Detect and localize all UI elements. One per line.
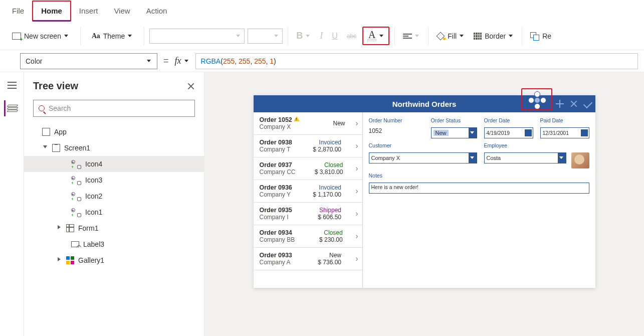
property-selector[interactable]: Color <box>20 53 157 69</box>
border-icon <box>474 33 482 40</box>
order-row[interactable]: Order 1052Company XNew› <box>254 112 362 135</box>
align-button[interactable] <box>400 32 423 41</box>
font-size-select[interactable] <box>248 29 283 44</box>
header-actions <box>555 95 592 112</box>
label-order-date: Order Date <box>484 117 533 123</box>
chevron-down-icon <box>64 34 69 39</box>
tree-node-app[interactable]: App <box>24 124 204 140</box>
warning-icon <box>294 116 300 121</box>
order-row[interactable]: Order 0933Company ANew$ 736.00› <box>254 248 362 270</box>
theme-icon: Aa <box>92 32 100 40</box>
expand-icon[interactable] <box>42 145 48 151</box>
menu-tab-file[interactable]: File <box>4 2 32 20</box>
chevron-down-icon <box>558 153 566 163</box>
order-row[interactable]: Order 0937Company CCClosed$ 3,810.00› <box>254 157 362 180</box>
menu-bar: File Home Insert View Action <box>0 0 644 22</box>
tree-search-input[interactable]: Search <box>33 100 195 117</box>
hamburger-button[interactable] <box>4 77 20 93</box>
formula-input[interactable]: RGBA(255, 255, 255, 1) <box>195 53 638 69</box>
notes-input[interactable]: Here is a new order! <box>369 183 589 194</box>
app-header: Northwind Orders <box>254 95 595 112</box>
tree-node-icon3[interactable]: + Icon3 <box>24 172 204 188</box>
orders-gallery[interactable]: Order 1052Company XNew›Order 0938Company… <box>254 112 363 288</box>
icon-control-icon: + <box>71 176 81 184</box>
new-screen-button[interactable]: New screen <box>9 30 72 42</box>
order-row[interactable]: Order 0938Company TInvoiced$ 2,870.00› <box>254 135 362 157</box>
close-icon <box>570 100 578 108</box>
border-label: Border <box>485 32 506 40</box>
close-panel-button[interactable] <box>187 82 195 90</box>
screen-icon <box>52 144 60 152</box>
fx-button[interactable]: fx <box>175 56 189 66</box>
add-button[interactable] <box>555 99 564 108</box>
border-button[interactable]: Border <box>471 30 517 42</box>
paid-date-picker[interactable]: 12/31/2001 <box>540 127 589 138</box>
underline-icon: U <box>332 32 338 41</box>
save-button[interactable] <box>583 99 592 108</box>
app-preview[interactable]: Northwind Orders Order 1052Company XNew›… <box>254 95 595 288</box>
tree-node-gallery1[interactable]: Gallery1 <box>24 252 204 268</box>
label-customer: Customer <box>369 142 477 148</box>
chevron-down-icon <box>469 128 477 138</box>
reorder-button[interactable]: Re <box>527 30 554 42</box>
font-family-select[interactable] <box>149 29 245 44</box>
icon-control-icon: + <box>71 192 81 200</box>
chevron-down-icon <box>128 34 133 39</box>
calendar-icon <box>525 129 532 136</box>
order-row[interactable]: Order 0936Company YInvoiced$ 1,170.00› <box>254 180 362 203</box>
tree-node-form1[interactable]: Form1 <box>24 220 204 236</box>
value-order-number: 1052 <box>369 127 424 138</box>
equals-label: = <box>163 56 169 66</box>
reorder-label: Re <box>542 32 551 40</box>
selection-highlight <box>521 88 552 110</box>
theme-button[interactable]: Aa Theme <box>89 30 136 42</box>
tree-panel: Tree view Search App Screen1 + Icon4 + <box>24 72 204 336</box>
font-color-button[interactable]: A <box>362 27 389 45</box>
tree-node-icon2[interactable]: + Icon2 <box>24 188 204 204</box>
label-icon <box>71 241 79 247</box>
order-row[interactable]: Order 0935Company IShipped$ 606.50› <box>254 203 362 225</box>
font-color-icon: A <box>367 31 376 41</box>
chevron-down-icon <box>379 34 384 39</box>
order-date-picker[interactable]: 4/19/2019 <box>484 127 533 138</box>
search-placeholder: Search <box>49 104 71 112</box>
underline-button[interactable]: U <box>329 30 341 43</box>
employee-dropdown[interactable]: Costa <box>484 152 566 163</box>
order-status-dropdown[interactable]: New <box>431 127 477 138</box>
chevron-right-icon: › <box>355 187 358 196</box>
hamburger-icon <box>8 82 17 89</box>
selected-icon-control[interactable] <box>528 91 546 109</box>
menu-tab-insert[interactable]: Insert <box>71 2 106 20</box>
tree-node-icon1[interactable]: + Icon1 <box>24 204 204 220</box>
cancel-button[interactable] <box>569 99 578 108</box>
chevron-right-icon: › <box>355 119 358 128</box>
bold-icon: B <box>296 31 303 41</box>
tree-node-label3[interactable]: Label3 <box>24 236 204 252</box>
theme-label: Theme <box>103 32 125 40</box>
search-icon <box>39 105 45 111</box>
tree-title: Tree view <box>33 80 78 92</box>
strike-button[interactable]: abc <box>344 31 359 42</box>
property-name: Color <box>26 57 42 65</box>
formula-bar: Color = fx RGBA(255, 255, 255, 1) <box>0 50 644 72</box>
menu-tab-view[interactable]: View <box>106 2 138 20</box>
italic-button[interactable]: I <box>317 29 326 43</box>
employee-avatar <box>571 152 589 169</box>
collapse-icon[interactable] <box>56 225 62 231</box>
customer-dropdown[interactable]: Company X <box>369 152 477 163</box>
menu-tab-home[interactable]: Home <box>32 1 71 22</box>
divider <box>428 27 428 45</box>
reorder-icon <box>530 32 539 40</box>
tree-node-icon4[interactable]: + Icon4 <box>24 156 204 172</box>
menu-tab-action[interactable]: Action <box>138 2 175 20</box>
icon-control-icon: + <box>71 160 81 168</box>
collapse-icon[interactable] <box>56 257 62 263</box>
bold-button[interactable]: B <box>293 29 314 43</box>
tree-view-rail-button[interactable] <box>4 100 20 116</box>
label-order-number: Order Number <box>369 117 424 123</box>
app-body: Order 1052Company XNew›Order 0938Company… <box>254 112 595 288</box>
align-icon <box>403 34 412 39</box>
order-row[interactable]: Order 0934Company BBClosed$ 230.00› <box>254 225 362 248</box>
fill-button[interactable]: Fill <box>434 30 468 42</box>
tree-node-screen1[interactable]: Screen1 <box>24 140 204 156</box>
